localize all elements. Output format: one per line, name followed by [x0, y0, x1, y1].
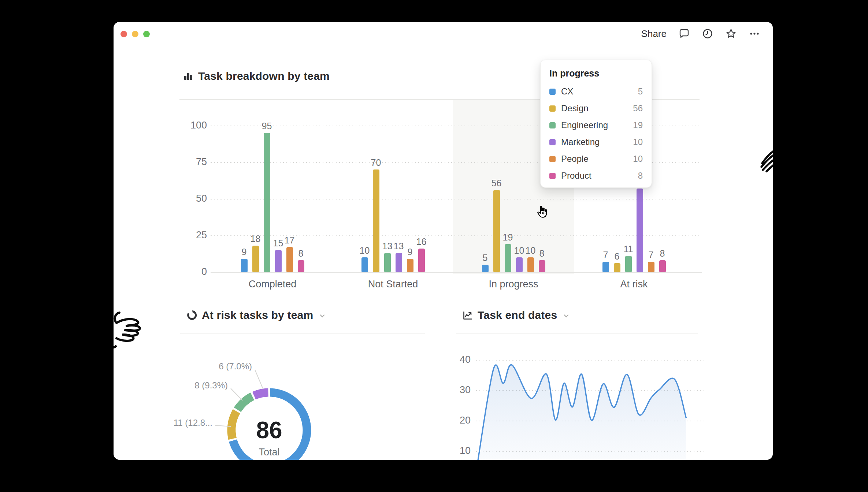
y-axis-tick-label: 0	[178, 266, 207, 277]
bar-cx-at-risk[interactable]	[602, 262, 609, 272]
bar-value-label: 16	[410, 236, 433, 247]
tooltip-row: Engineering19	[549, 117, 643, 134]
line-title-row: Task end dates	[463, 309, 570, 321]
y-gridline	[211, 199, 702, 200]
bar-engineering-at-risk[interactable]	[625, 256, 632, 272]
zoom-window-button[interactable]	[143, 31, 150, 37]
y-axis-tick-label: 100	[178, 120, 207, 131]
donut-ring[interactable]	[203, 364, 335, 460]
favorite-star-icon[interactable]	[725, 28, 737, 40]
series-color-swatch	[549, 139, 556, 145]
tooltip-row: CX5	[549, 83, 643, 100]
tooltip-rows: CX5Design56Engineering19Marketing10Peopl…	[549, 83, 643, 184]
line-panel-divider	[456, 333, 698, 333]
bar-design-at-risk[interactable]	[614, 263, 620, 272]
task-end-dates-curve	[474, 335, 706, 460]
donut-total-value: 86	[240, 417, 298, 444]
comments-icon[interactable]	[678, 28, 690, 40]
bar-cx-in-progress[interactable]	[482, 265, 489, 272]
series-color-swatch	[549, 122, 556, 128]
share-button[interactable]: Share	[641, 28, 667, 40]
bar-chart-title-row: Task breakdown by team	[183, 70, 330, 82]
tooltip-series-value: 5	[638, 86, 643, 97]
donut-chart-title: At risk tasks by team	[202, 309, 313, 321]
close-window-button[interactable]	[120, 31, 127, 37]
x-axis-category-label: At risk	[594, 279, 674, 290]
donut-segment-label: 11 (12.8...	[139, 418, 212, 428]
bar-design-in-progress[interactable]	[493, 190, 500, 272]
donut-segment-label: 8 (9.3%)	[155, 380, 228, 391]
minimize-window-button[interactable]	[132, 31, 138, 37]
donut-chart-icon	[187, 310, 197, 320]
bar-value-label: 56	[485, 178, 508, 189]
tooltip-series-label: Design	[561, 103, 627, 113]
line-chart-title: Task end dates	[478, 309, 557, 321]
scribble-doodle	[759, 146, 773, 173]
tooltip-series-label: Marketing	[561, 137, 627, 147]
donut-total-label: Total	[244, 447, 295, 458]
bar-engineering-completed[interactable]	[264, 133, 270, 272]
bar-engineering-not-started[interactable]	[384, 253, 391, 272]
bar-value-label: 8	[651, 248, 674, 259]
donut-segment[interactable]	[254, 392, 268, 396]
topbar-actions: Share	[641, 28, 760, 40]
x-axis-line	[211, 272, 702, 273]
tooltip-title: In progress	[549, 68, 643, 79]
y-axis-tick-label: 30	[441, 384, 471, 396]
bar-product-completed[interactable]	[298, 260, 304, 272]
app-window: Share	[114, 22, 773, 460]
x-axis-category-label: Not Started	[353, 279, 433, 290]
chevron-down-icon[interactable]	[319, 312, 326, 320]
window-controls	[120, 31, 150, 37]
chart-tooltip: In progress CX5Design56Engineering19Mark…	[540, 60, 652, 188]
bar-cx-completed[interactable]	[241, 259, 248, 272]
tooltip-row: Design56	[549, 100, 643, 117]
bar-design-completed[interactable]	[252, 246, 259, 272]
tooltip-row: Marketing10	[549, 134, 643, 150]
bar-cx-not-started[interactable]	[361, 257, 368, 272]
bar-people-not-started[interactable]	[407, 259, 413, 272]
bar-value-label: 19	[496, 232, 520, 243]
series-color-swatch	[549, 89, 556, 95]
tooltip-series-value: 8	[638, 171, 643, 181]
tooltip-series-value: 10	[633, 137, 643, 147]
bar-marketing-in-progress[interactable]	[516, 257, 523, 272]
bar-people-at-risk[interactable]	[648, 262, 654, 272]
donut-segment[interactable]	[237, 396, 252, 410]
bar-chart-title: Task breakdown by team	[198, 70, 330, 82]
more-options-icon[interactable]	[749, 28, 760, 40]
tooltip-row: Product8	[549, 167, 643, 184]
bar-design-not-started[interactable]	[373, 169, 379, 272]
bar-people-in-progress[interactable]	[527, 257, 534, 272]
bar-value-label: 17	[278, 235, 301, 246]
y-axis-tick-label: 40	[441, 354, 471, 365]
updates-clock-icon[interactable]	[702, 28, 713, 40]
y-axis-tick-label: 50	[178, 193, 207, 204]
line-chart-icon	[463, 310, 473, 320]
bar-product-at-risk[interactable]	[659, 260, 666, 272]
tooltip-series-label: People	[561, 154, 627, 164]
y-axis-tick-label: 20	[441, 415, 471, 426]
donut-title-row: At risk tasks by team	[187, 309, 326, 321]
x-axis-category-label: Completed	[232, 279, 313, 290]
bar-product-in-progress[interactable]	[539, 260, 545, 272]
chevron-down-icon[interactable]	[563, 312, 570, 320]
bar-value-label: 95	[255, 121, 279, 131]
donut-segment[interactable]	[231, 411, 237, 439]
series-color-swatch	[549, 105, 556, 112]
tooltip-series-value: 19	[633, 120, 643, 130]
series-color-swatch	[549, 156, 556, 162]
tooltip-row: People10	[549, 150, 643, 167]
bar-product-not-started[interactable]	[418, 249, 425, 272]
tooltip-series-label: CX	[561, 86, 633, 97]
bar-marketing-completed[interactable]	[275, 250, 282, 272]
tooltip-series-value: 10	[633, 154, 643, 164]
hand-doodle	[114, 310, 152, 352]
mouse-cursor	[534, 204, 550, 221]
bar-chart-icon	[183, 71, 193, 81]
y-axis-tick-label: 25	[178, 230, 207, 241]
tooltip-series-label: Engineering	[561, 120, 627, 130]
y-axis-tick-label: 75	[178, 156, 207, 168]
x-axis-category-label: In progress	[473, 279, 554, 290]
bar-value-label: 8	[530, 248, 554, 259]
